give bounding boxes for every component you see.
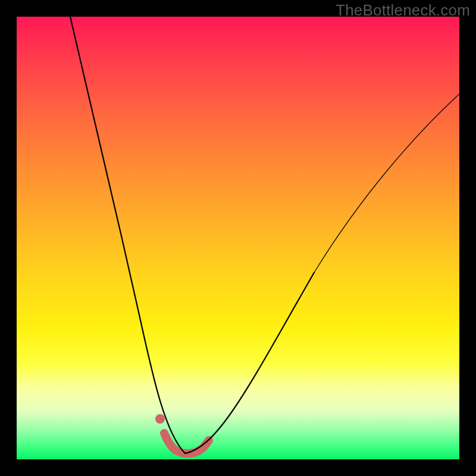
- watermark-text: TheBottleneck.com: [336, 1, 470, 20]
- pink-dot-marker: [155, 414, 165, 424]
- right-curve-lower: [185, 273, 314, 453]
- right-curve-upper: [314, 94, 459, 273]
- left-curve: [70, 17, 185, 453]
- pink-bottom-band: [164, 433, 209, 453]
- chart-svg: [17, 17, 459, 459]
- chart-plot-area: [17, 17, 459, 459]
